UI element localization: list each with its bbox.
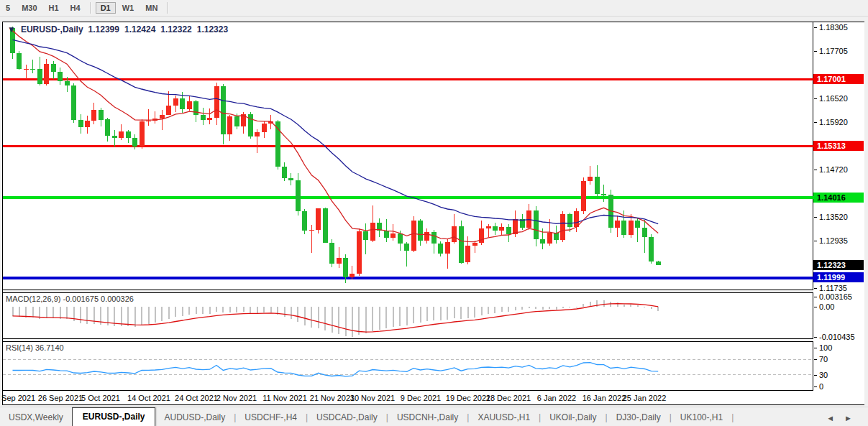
axis-tick-mark: [814, 337, 817, 338]
timeframe-button-w1[interactable]: W1: [117, 2, 140, 14]
toolbar-separator: [167, 2, 168, 14]
price-tick-1.17705: 1.17705: [819, 47, 848, 55]
timeframe-button-h1[interactable]: H1: [44, 2, 64, 14]
chart-tab-eurusd-daily[interactable]: EURUSD-,Daily: [72, 407, 156, 426]
chart-tab-audusd-daily[interactable]: AUDUSD-,Daily: [155, 409, 234, 426]
level-line-1.17001[interactable]: [3, 78, 813, 80]
chart-window: ▼ EURUSD-,Daily 1.12399 1.12424 1.12322 …: [2, 22, 864, 405]
toolbar-separator: [90, 2, 91, 14]
axis-tick-mark: [814, 98, 817, 99]
tab-scroll-right-icon[interactable]: ►: [844, 414, 852, 422]
rsi-line: [13, 363, 659, 376]
price-tick-1.13520: 1.13520: [819, 213, 848, 221]
tab-separator: |: [731, 412, 734, 426]
axis-tick-mark: [814, 51, 817, 52]
chart-high-value: 1.12424: [124, 24, 155, 34]
price-chart-pane[interactable]: ▼ EURUSD-,Daily 1.12399 1.12424 1.12322 …: [3, 22, 813, 290]
chart-tab-usdcad-daily[interactable]: USDCAD-,Daily: [308, 409, 386, 426]
date-label: 25 Jan 2022: [612, 394, 677, 402]
axis-tick-mark: [814, 307, 817, 307]
price-tick-1.18305: 1.18305: [819, 23, 848, 32]
price-axis[interactable]: 1.183051.177051.165201.159201.147201.135…: [813, 22, 864, 404]
timeframe-button-5[interactable]: 5: [1, 2, 15, 14]
rsi-tick-0: 0: [819, 382, 823, 391]
time-axis[interactable]: 16 Sep 202126 Sep 20215 Oct 202114 Oct 2…: [3, 391, 813, 404]
price-tick-1.14720: 1.14720: [819, 165, 848, 174]
chart-title: ▼ EURUSD-,Daily 1.12399 1.12424 1.12322 …: [7, 24, 228, 34]
axis-tick-mark: [814, 386, 817, 387]
chart-close-value: 1.12323: [197, 24, 228, 34]
axis-tick-mark: [814, 170, 817, 170]
macd-tick-0.003165: 0.003165: [819, 292, 852, 301]
axis-tick-mark: [814, 122, 817, 123]
timeframe-button-m30[interactable]: M30: [17, 2, 42, 14]
axis-tick-mark: [814, 297, 817, 297]
timeframe-button-d1[interactable]: D1: [96, 2, 116, 14]
timeframe-toolbar: 5M30H1H4D1W1MN: [0, 0, 868, 17]
macd-pane[interactable]: MACD(12,26,9) -0.001675 0.000326: [3, 293, 813, 338]
timeframe-button-mn[interactable]: MN: [140, 2, 163, 14]
price-tick-1.16520: 1.16520: [819, 94, 848, 103]
price-tick-1.15920: 1.15920: [819, 118, 848, 126]
chart-tab-ukoil-daily[interactable]: UKOil-,Daily: [541, 409, 605, 426]
axis-tick-mark: [814, 359, 817, 360]
tab-scroll-left-icon[interactable]: ◄: [826, 414, 834, 422]
macd-label: MACD(12,26,9) -0.001675 0.000326: [6, 295, 134, 303]
chart-dropdown-icon[interactable]: ▼: [7, 24, 16, 34]
fast-ma-line: [13, 31, 659, 242]
price-tick-1.11735: 1.11735: [819, 284, 847, 292]
rsi-tick-100: 100: [819, 343, 832, 352]
axis-tick-mark: [814, 217, 817, 218]
macd-signal-line: [13, 304, 659, 333]
chart-symbol-label: EURUSD-,Daily: [21, 24, 83, 34]
axis-tick-mark: [814, 27, 817, 28]
current-price-badge: 1.12323: [813, 260, 864, 270]
level-price-badge: 1.17001: [813, 74, 864, 84]
chart-tab-usdchf-h4[interactable]: USDCHF-,H4: [236, 409, 306, 426]
rsi-label: RSI(14) 36.7140: [6, 343, 64, 352]
timeframe-button-h4[interactable]: H4: [65, 2, 86, 14]
tab-scroll-arrows: ◄►: [826, 414, 852, 422]
axis-tick-mark: [814, 241, 817, 241]
chart-tab-usdx-weekly[interactable]: USDX,Weekly: [0, 409, 72, 426]
axis-tick-mark: [814, 375, 817, 376]
level-price-badge: 1.14016: [813, 193, 864, 203]
level-price-badge: 1.11999: [813, 272, 864, 282]
terminal-screen: 5M30H1H4D1W1MN ▼ EURUSD-,Daily 1.12399 1…: [0, 0, 868, 426]
chart-low-value: 1.12322: [160, 24, 191, 34]
axis-tick-mark: [814, 348, 817, 348]
level-line-1.11999[interactable]: [3, 277, 813, 279]
axis-tick-mark: [814, 288, 817, 289]
rsi-tick-30: 30: [819, 371, 828, 379]
level-line-1.15313[interactable]: [3, 145, 813, 147]
chart-tab-usdcnh-daily[interactable]: USDCNH-,Daily: [388, 409, 467, 426]
chart-tab-bar: USDX,WeeklyEURUSD-,DailyAUDUSD-,Daily|US…: [0, 407, 868, 426]
macd-tick-0.00: 0.00: [819, 302, 834, 311]
chart-tab-xauusd-h1[interactable]: XAUUSD-,H1: [469, 409, 539, 426]
rsi-pane[interactable]: RSI(14) 36.7140: [3, 342, 813, 391]
price-tick-1.12935: 1.12935: [819, 236, 848, 245]
chart-open-value: 1.12399: [88, 24, 119, 34]
macd-tick--0.010435: -0.010435: [819, 333, 855, 341]
rsi-tick-70: 70: [819, 355, 828, 364]
chart-tab-uk100-h1[interactable]: UK100-,H1: [672, 409, 731, 426]
level-price-badge: 1.15313: [813, 141, 864, 151]
chart-tab-dj30-daily[interactable]: DJ30-,Daily: [608, 409, 670, 426]
